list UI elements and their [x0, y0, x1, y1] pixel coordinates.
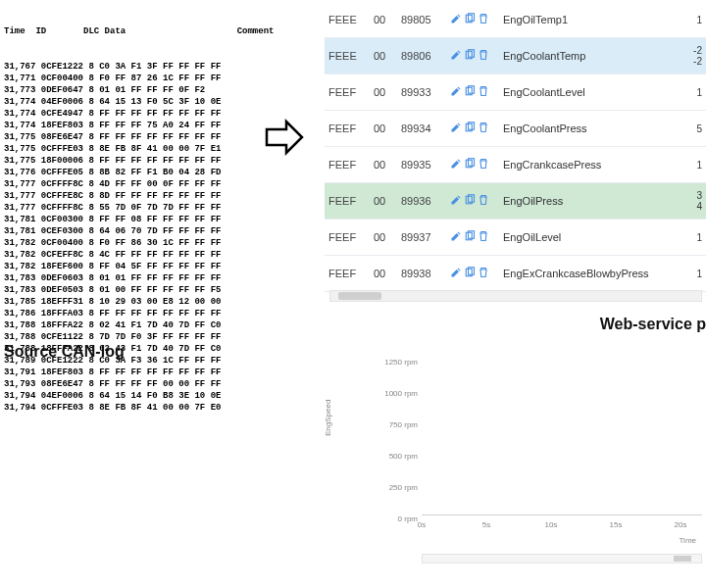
delete-icon[interactable]: [478, 13, 489, 26]
edit-icon[interactable]: [450, 122, 462, 135]
chart-x-tick: 5s: [475, 520, 498, 529]
cell-signal-name: EngOilPress: [503, 195, 684, 207]
copy-icon[interactable]: [464, 49, 476, 63]
cell-signal-name: EngCoolantTemp: [503, 50, 684, 62]
cell-pgn: FEEE: [328, 50, 368, 62]
arrow-icon: [265, 118, 304, 157]
can-log-row: 31,771 0CF00400 8 F0 FF 87 26 1C FF FF F…: [4, 73, 261, 84]
cell-value: 1: [690, 269, 702, 279]
cell-sub: 00: [374, 159, 395, 171]
can-log-row: 31,782 18FEF600 8 FF 04 5F FF FF FF FF F…: [4, 261, 261, 272]
copy-icon[interactable]: [464, 122, 476, 135]
copy-icon[interactable]: [464, 230, 476, 244]
cell-signal-name: EngExCrankcaseBlowbyPress: [503, 268, 684, 279]
cell-pgn: FEEF: [328, 195, 368, 207]
can-log-row: 31,775 0CFFFE03 8 8E FB 8F 41 00 00 7F E…: [4, 143, 261, 155]
cell-number: 89805: [401, 14, 444, 25]
cell-number: 89937: [401, 231, 444, 243]
edit-icon[interactable]: [450, 194, 462, 208]
can-log-row: 31,773 0DEF0647 8 01 01 FF FF FF 0F F2: [4, 84, 261, 96]
can-log-row: 31,776 0CFFFE05 8 8B 82 FF F1 B0 04 28 F…: [4, 167, 261, 178]
can-log-row: 31,777 0CFFFF8C 8 55 7D 0F 7D 7D FF FF F…: [4, 202, 261, 214]
delete-icon[interactable]: [478, 85, 489, 99]
signal-table: FEEE0089805EngOilTemp11FEEE0089806EngCoo…: [325, 2, 706, 292]
delete-icon[interactable]: [478, 158, 489, 172]
edit-icon[interactable]: [450, 230, 462, 244]
can-log-row: 31,793 08FE6E47 8 FF FF FF FF 00 00 FF F…: [4, 378, 261, 390]
table-horizontal-scrollbar[interactable]: [329, 290, 702, 302]
chart-y-tick: 500 rpm: [371, 452, 418, 461]
edit-icon[interactable]: [450, 13, 462, 26]
can-log-row: 31,774 04EF0006 8 64 15 13 F0 5C 3F 10 0…: [4, 96, 261, 108]
chart-x-tick: 10s: [539, 520, 563, 529]
edit-icon[interactable]: [450, 158, 462, 172]
cell-number: 89936: [401, 195, 444, 207]
edit-icon[interactable]: [450, 85, 462, 99]
delete-icon[interactable]: [478, 267, 489, 280]
table-row[interactable]: FEEE0089805EngOilTemp11: [325, 2, 706, 38]
can-log-row: 31,788 0CFE1122 8 7D 7D F0 3F FF FF FF F…: [4, 331, 261, 343]
cell-sub: 00: [374, 50, 395, 62]
can-log-row: 31,782 0CF00400 8 F0 FF 86 30 1C FF FF F…: [4, 237, 261, 249]
cell-signal-name: EngCoolantPress: [503, 122, 684, 134]
cell-sub: 00: [374, 195, 395, 207]
can-log-row: 31,774 18FEF803 8 FF FF FF 75 A0 24 FF F…: [4, 120, 261, 131]
table-row[interactable]: FEEF0089938EngExCrankcaseBlowbyPress1: [325, 256, 706, 292]
can-log-row: 31,777 0CFFFE8C 8 8D FF FF FF FF FF FF F…: [4, 190, 261, 202]
copy-icon[interactable]: [464, 267, 476, 280]
can-log-row: 31,777 0CFFFF8C 8 4D FF FF 00 0F FF FF F…: [4, 178, 261, 190]
edit-icon[interactable]: [450, 49, 462, 63]
cell-number: 89934: [401, 122, 444, 134]
table-row[interactable]: FEEF0089934EngCoolantPress5: [325, 111, 706, 147]
copy-icon[interactable]: [464, 13, 476, 26]
can-log-row: 31,767 0CFE1222 8 C0 3A F1 3F FF FF FF F…: [4, 61, 261, 73]
delete-icon[interactable]: [478, 194, 489, 208]
cell-sub: 00: [374, 268, 395, 279]
edit-icon[interactable]: [450, 267, 462, 280]
cell-value: 5: [690, 123, 702, 134]
copy-icon[interactable]: [464, 85, 476, 99]
copy-icon[interactable]: [464, 194, 476, 208]
cell-sub: 00: [374, 231, 395, 243]
cell-pgn: FEEE: [328, 14, 368, 25]
can-log-row: 31,775 18F00006 8 FF FF FF FF FF FF FF F…: [4, 155, 261, 167]
table-row[interactable]: FEEF0089933EngCoolantLevel1: [325, 74, 706, 111]
chart-range-scrollbar[interactable]: [422, 554, 702, 564]
delete-icon[interactable]: [478, 49, 489, 63]
web-service-label: Web-service p: [600, 316, 706, 333]
cell-number: 89806: [401, 50, 444, 62]
delete-icon[interactable]: [478, 122, 489, 135]
cell-pgn: FEEF: [328, 231, 368, 243]
copy-icon[interactable]: [464, 158, 476, 172]
can-log-row: 31,788 18FFFA22 8 02 41 F1 7D 40 7D FF C…: [4, 319, 261, 331]
delete-icon[interactable]: [478, 230, 489, 244]
cell-value: 3 4: [690, 190, 702, 212]
cell-signal-name: EngCrankcasePress: [503, 159, 684, 171]
cell-value: 1: [690, 87, 702, 98]
cell-sub: 00: [374, 86, 395, 98]
table-row[interactable]: FEEF0089937EngOilLevel1: [325, 220, 706, 256]
can-log-row: 31,775 08FE6E47 8 FF FF FF FF FF FF FF F…: [4, 131, 261, 143]
can-log-row: 31,794 0CFFFE03 8 8E FB 8F 41 00 00 7F E…: [4, 402, 261, 414]
cell-signal-name: EngCoolantLevel: [503, 86, 684, 98]
table-row[interactable]: FEEF0089936EngOilPress3 4: [325, 183, 706, 220]
table-row[interactable]: FEEF0089935EngCrankcasePress1: [325, 147, 706, 183]
can-log-row: 31,782 0CFEFF8C 8 4C FF FF FF FF FF FF F…: [4, 249, 261, 261]
can-log-row: 31,786 18FFFA03 8 FF FF FF FF FF FF FF F…: [4, 308, 261, 319]
can-log-row: 31,783 0DEF0603 8 01 01 FF FF FF FF FF F…: [4, 272, 261, 284]
source-can-log-label: Source CAN-log: [4, 343, 125, 361]
table-row[interactable]: FEEE0089806EngCoolantTemp-2 -2: [325, 38, 706, 74]
can-log-row: 31,794 04EF0006 8 64 15 14 F0 B8 3E 10 0…: [4, 390, 261, 402]
cell-signal-name: EngOilLevel: [503, 231, 684, 243]
can-log-row: 31,791 18FEF803 8 FF FF FF FF FF FF FF F…: [4, 367, 261, 378]
can-log-row: 31,781 0CEF0300 8 64 06 70 7D FF FF FF F…: [4, 225, 261, 237]
cell-sub: 00: [374, 14, 395, 25]
cell-number: 89938: [401, 268, 444, 279]
cell-value: 1: [690, 15, 702, 25]
chart-y-tick: 750 rpm: [371, 420, 418, 429]
chart-y-tick: 1250 rpm: [371, 358, 418, 367]
engspeed-chart: EngSpeed 1250 rpm1000 rpm750 rpm500 rpm2…: [329, 348, 702, 573]
cell-pgn: FEEF: [328, 268, 368, 279]
can-log-row: 31,783 0DEF0503 8 01 00 FF FF FF FF FF F…: [4, 284, 261, 296]
can-log-header: Time ID DLC Data Comment: [4, 25, 261, 37]
